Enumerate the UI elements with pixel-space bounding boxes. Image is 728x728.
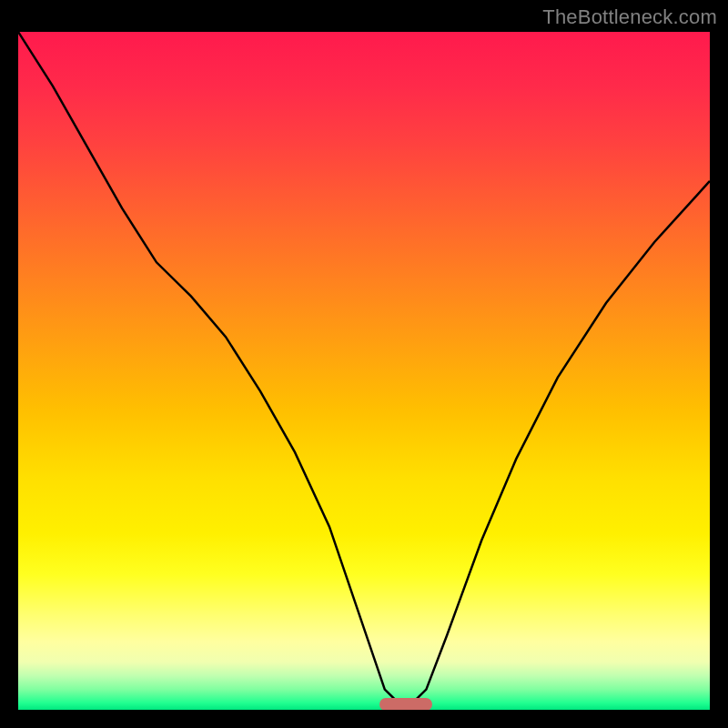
watermark-text: TheBottleneck.com xyxy=(542,5,717,29)
curve-line xyxy=(18,32,710,710)
bottleneck-curve xyxy=(18,32,710,710)
optimal-marker xyxy=(379,698,432,710)
plot-area xyxy=(18,32,710,710)
chart-frame: TheBottleneck.com xyxy=(0,0,728,728)
